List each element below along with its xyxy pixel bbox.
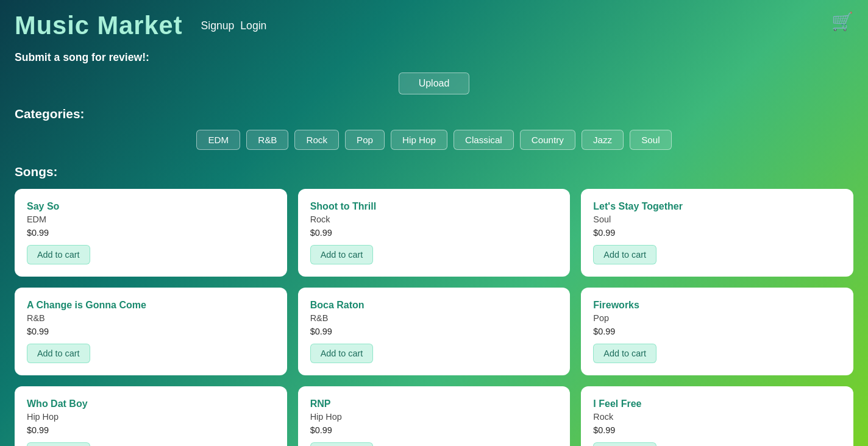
header: Music Market Signup Login 🛒 xyxy=(0,0,868,51)
category-btn-jazz[interactable]: Jazz xyxy=(582,130,624,150)
song-price: $0.99 xyxy=(27,228,275,238)
song-price: $0.99 xyxy=(310,327,558,336)
upload-button[interactable]: Upload xyxy=(399,73,470,94)
song-genre: EDM xyxy=(27,214,275,224)
song-genre: Rock xyxy=(310,214,558,224)
categories-row: EDMR&BRockPopHip HopClassicalCountryJazz… xyxy=(15,130,853,150)
song-genre: R&B xyxy=(27,313,275,323)
song-title: Boca Raton xyxy=(310,300,558,311)
song-card: Who Dat BoyHip Hop$0.99Add to cart xyxy=(15,386,287,446)
signup-link[interactable]: Signup xyxy=(201,19,235,32)
song-title: Shoot to Thrill xyxy=(310,201,558,212)
song-genre: Soul xyxy=(593,214,841,224)
song-card: Say SoEDM$0.99Add to cart xyxy=(15,189,287,277)
song-card: Shoot to ThrillRock$0.99Add to cart xyxy=(298,189,571,277)
category-btn-soul[interactable]: Soul xyxy=(630,130,671,150)
category-btn-edm[interactable]: EDM xyxy=(196,130,240,150)
song-card: I Feel FreeRock$0.99Add to cart xyxy=(581,386,853,446)
song-price: $0.99 xyxy=(27,327,275,336)
song-card: Boca RatonR&B$0.99Add to cart xyxy=(298,288,571,375)
login-link[interactable]: Login xyxy=(240,19,266,32)
song-title: A Change is Gonna Come xyxy=(27,300,275,311)
cart-button[interactable]: 🛒 xyxy=(831,11,853,32)
song-title: I Feel Free xyxy=(593,398,841,409)
add-to-cart-button[interactable]: Add to cart xyxy=(593,442,656,446)
song-title: Fireworks xyxy=(593,300,841,311)
category-btn-pop[interactable]: Pop xyxy=(345,130,385,150)
song-genre: R&B xyxy=(310,313,558,323)
songs-label: Songs: xyxy=(15,165,853,179)
cart-icon: 🛒 xyxy=(831,12,853,31)
song-title: RNP xyxy=(310,398,558,409)
category-btn-classical[interactable]: Classical xyxy=(454,130,514,150)
song-card: A Change is Gonna ComeR&B$0.99Add to car… xyxy=(15,288,287,375)
upload-btn-wrapper: Upload xyxy=(15,73,853,94)
add-to-cart-button[interactable]: Add to cart xyxy=(593,245,656,264)
add-to-cart-button[interactable]: Add to cart xyxy=(27,344,90,363)
add-to-cart-button[interactable]: Add to cart xyxy=(310,245,374,264)
nav: Signup Login xyxy=(201,19,267,32)
song-title: Who Dat Boy xyxy=(27,398,275,409)
song-price: $0.99 xyxy=(310,425,558,435)
song-price: $0.99 xyxy=(27,425,275,435)
song-genre: Pop xyxy=(593,313,841,323)
categories-label: Categories: xyxy=(15,107,853,121)
add-to-cart-button[interactable]: Add to cart xyxy=(27,245,90,264)
add-to-cart-button[interactable]: Add to cart xyxy=(310,442,374,446)
song-title: Let's Stay Together xyxy=(593,201,841,212)
submit-label: Submit a song for review!: xyxy=(15,51,853,64)
song-card: RNPHip Hop$0.99Add to cart xyxy=(298,386,571,446)
song-price: $0.99 xyxy=(593,327,841,336)
song-card: Let's Stay TogetherSoul$0.99Add to cart xyxy=(581,189,853,277)
submit-section: Submit a song for review!: Upload xyxy=(15,51,853,94)
song-genre: Hip Hop xyxy=(27,412,275,422)
song-price: $0.99 xyxy=(310,228,558,238)
song-price: $0.99 xyxy=(593,228,841,238)
add-to-cart-button[interactable]: Add to cart xyxy=(27,442,90,446)
song-genre: Hip Hop xyxy=(310,412,558,422)
category-btn-country[interactable]: Country xyxy=(520,130,575,150)
song-genre: Rock xyxy=(593,412,841,422)
song-card: FireworksPop$0.99Add to cart xyxy=(581,288,853,375)
add-to-cart-button[interactable]: Add to cart xyxy=(310,344,374,363)
songs-grid: Say SoEDM$0.99Add to cartShoot to Thrill… xyxy=(15,189,853,446)
category-btn-rnb[interactable]: R&B xyxy=(246,130,288,150)
add-to-cart-button[interactable]: Add to cart xyxy=(593,344,656,363)
song-title: Say So xyxy=(27,201,275,212)
category-btn-rock[interactable]: Rock xyxy=(294,130,339,150)
main-content: Submit a song for review!: Upload Catego… xyxy=(0,51,868,446)
category-btn-hiphop[interactable]: Hip Hop xyxy=(391,130,447,150)
song-price: $0.99 xyxy=(593,425,841,435)
app-title: Music Market xyxy=(15,11,183,40)
